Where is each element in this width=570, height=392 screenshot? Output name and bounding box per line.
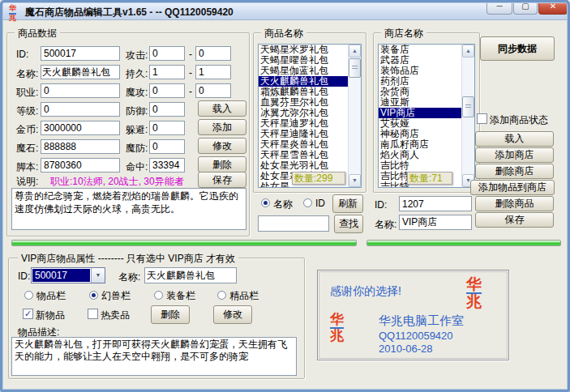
magicattack-max-field[interactable] xyxy=(195,83,231,98)
level-field[interactable] xyxy=(41,102,120,117)
list-item[interactable]: 冰翼尤弥尔礼包 xyxy=(259,108,348,118)
equip-tab-radio[interactable] xyxy=(154,291,163,300)
list-item[interactable]: 天秤星迪隆礼包 xyxy=(259,129,348,139)
shop-id-field[interactable] xyxy=(399,196,472,211)
add-button[interactable]: 添加 xyxy=(198,119,246,135)
id-field[interactable] xyxy=(41,46,120,61)
list-item[interactable]: 神秘商店 xyxy=(379,129,461,139)
list-item[interactable]: VIP商店 xyxy=(379,108,461,118)
shop-list-scrollbar[interactable]: ▲ ▼ xyxy=(461,45,474,187)
defense-field[interactable] xyxy=(149,102,185,117)
vip-name-field[interactable] xyxy=(144,267,237,283)
durability-min-field[interactable] xyxy=(149,65,185,79)
list-item[interactable]: 艾荻娅 xyxy=(379,118,461,129)
list-item[interactable]: 武器店 xyxy=(379,55,461,66)
delete-button[interactable]: 删除 xyxy=(198,156,246,173)
product-list-scrollbar[interactable]: ▲ ▼ xyxy=(348,45,361,187)
list-item[interactable]: 天秤星迪罗礼包 xyxy=(259,118,348,129)
list-item[interactable]: 吉比特 xyxy=(379,160,461,171)
minimize-button[interactable]: ─ xyxy=(486,0,512,15)
shop-name-field[interactable] xyxy=(399,215,472,230)
dodge-field[interactable] xyxy=(149,121,185,135)
item-tab-label: 物品栏 xyxy=(36,289,66,303)
studio-date: 2010-06-28 xyxy=(379,343,433,355)
attack-min-field[interactable] xyxy=(149,46,185,61)
list-item[interactable]: 血翼芬里尔礼包 xyxy=(259,97,348,108)
item-description-box[interactable]: 天火麒麟兽礼包，打开即可获得天火麒麟兽幻宠蛋，天生拥有飞天的能力，能够让主人在天… xyxy=(11,337,297,376)
new-item-checkbox[interactable]: ✓ xyxy=(23,309,33,319)
hot-item-checkbox[interactable]: ✓ xyxy=(88,309,98,319)
vip-id-combobox[interactable]: 500017 ▼ xyxy=(31,267,105,283)
field-label-id: ID: xyxy=(16,49,28,60)
boutique-tab-radio[interactable] xyxy=(217,291,226,300)
list-item[interactable]: 天秤星炎兽礼包 xyxy=(259,139,348,150)
vip-id-label: ID: xyxy=(18,271,30,282)
vip-name-label: 名称: xyxy=(118,271,140,284)
title-bar[interactable]: 华 兆 魔石商店物品编辑工具v1.65 - -- QQ1120059420 xyxy=(2,2,568,20)
list-item[interactable]: 处女星光羽礼包 xyxy=(259,160,348,171)
save-button[interactable]: 保存 xyxy=(198,172,246,188)
list-item[interactable]: 迪亚斯 xyxy=(379,97,461,108)
item-tab-radio[interactable] xyxy=(24,291,33,300)
list-item[interactable]: 焰火商人 xyxy=(379,150,461,160)
pet-tab-radio[interactable] xyxy=(89,291,98,300)
list-item[interactable]: 霜炼麒麟兽礼包 xyxy=(259,87,348,97)
list-item[interactable]: 天火麒麟兽礼包 xyxy=(259,76,348,87)
search-by-name-radio[interactable] xyxy=(261,198,270,207)
add-shop-button[interactable]: 添加商店 xyxy=(475,147,554,163)
list-item[interactable]: 装饰品店 xyxy=(379,66,461,76)
field-label-hit: 命中: xyxy=(126,160,148,174)
delete-product-button[interactable]: 删除商品 xyxy=(475,196,554,211)
magicstone-field[interactable] xyxy=(41,139,120,154)
list-item[interactable]: 南瓜籽商店 xyxy=(379,139,461,150)
list-item[interactable]: 杂货商 xyxy=(379,87,461,97)
magicattack-min-field[interactable] xyxy=(149,83,185,98)
search-by-name-label: 名称 xyxy=(273,198,293,211)
vip-caption: VIP商店物品属性 -------- 只有选中 VIP商店 才有效 xyxy=(18,252,238,266)
save-shop-button[interactable]: 保存 xyxy=(475,212,554,228)
list-item[interactable]: 药剂店 xyxy=(379,76,461,87)
magicdefense-field[interactable] xyxy=(149,139,185,154)
list-item[interactable]: 天蝎星米罗礼包 xyxy=(259,45,348,55)
huazhao-logo-icon: 华 兆 xyxy=(330,313,344,343)
hit-field[interactable] xyxy=(149,158,185,173)
gold-field[interactable] xyxy=(41,121,120,135)
field-label-magicstone: 魔石: xyxy=(16,142,38,156)
durability-max-field[interactable] xyxy=(195,65,231,79)
list-item[interactable]: 装备店 xyxy=(379,45,461,55)
add-item-to-shop-button[interactable]: 添加物品到商店 xyxy=(470,180,555,195)
chevron-down-icon: ▼ xyxy=(96,272,101,278)
maximize-button[interactable]: ▢ xyxy=(513,0,538,15)
name-field[interactable] xyxy=(41,65,120,79)
list-item[interactable]: 天蝎星曜兽礼包 xyxy=(259,55,348,66)
sync-data-button[interactable]: 同步数据 xyxy=(480,36,555,61)
search-input[interactable] xyxy=(258,215,329,232)
new-item-label: 新物品 xyxy=(36,309,65,322)
find-button[interactable]: 查找 xyxy=(334,215,363,233)
refresh-button[interactable]: 刷新 xyxy=(332,194,363,213)
job-field[interactable] xyxy=(41,83,120,98)
progress-bar-left xyxy=(11,240,357,246)
attack-max-field[interactable] xyxy=(195,46,231,61)
scroll-up-button[interactable]: ▲ xyxy=(349,45,361,58)
vip-delete-button[interactable]: 删除 xyxy=(151,305,190,324)
combo-dropdown-button[interactable]: ▼ xyxy=(91,268,105,283)
shop-id-label: ID: xyxy=(375,199,387,211)
search-by-id-radio[interactable] xyxy=(303,198,312,207)
product-description-box[interactable]: 尊贵的纪念骑宠，燃烧着烈焰的瑞兽麒麟。它迅疾的速度仿佛划过天际的火球，高贵无比。 xyxy=(11,188,246,230)
delete-shop-button[interactable]: 删除商店 xyxy=(475,164,554,179)
load-shop-button[interactable]: 载入 xyxy=(475,131,554,147)
scroll-up-icon: ▲ xyxy=(352,48,358,53)
scroll-down-button[interactable]: ▼ xyxy=(349,174,361,187)
scroll-thumb[interactable] xyxy=(349,58,361,78)
scroll-thumb[interactable] xyxy=(462,96,474,117)
load-button[interactable]: 载入 xyxy=(198,100,246,117)
modify-button[interactable]: 修改 xyxy=(198,138,246,154)
list-item[interactable]: 天蝎星伽蓝礼包 xyxy=(259,66,348,76)
close-button[interactable]: ✕ xyxy=(538,0,568,15)
vip-modify-button[interactable]: 修改 xyxy=(213,305,252,324)
list-item[interactable]: 天秤星雪兽礼包 xyxy=(259,150,348,160)
scroll-up-button[interactable]: ▲ xyxy=(462,45,474,58)
add-product-state-checkbox[interactable]: ✓ xyxy=(477,113,487,124)
script-field[interactable] xyxy=(41,158,120,173)
